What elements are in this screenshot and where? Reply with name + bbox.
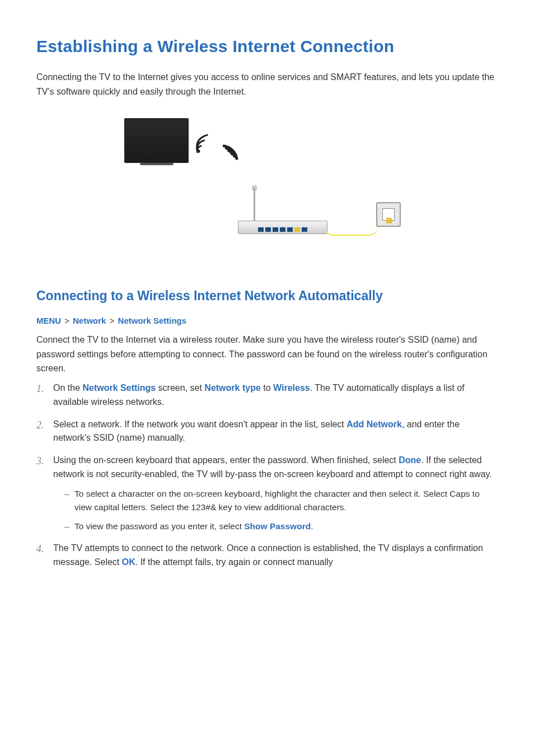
wifi-arcs-icon xyxy=(216,129,253,167)
step-text: Select a network. If the network you wan… xyxy=(53,419,346,429)
step-text: to xyxy=(261,383,273,393)
breadcrumb-menu: MENU xyxy=(36,316,61,325)
sub-text: To view the password as you enter it, se… xyxy=(74,521,244,531)
step-text: . If the attempt fails, try again or con… xyxy=(135,557,333,567)
sub-item: To view the password as you enter it, se… xyxy=(64,520,498,533)
router-icon xyxy=(238,185,327,234)
highlight-network-type: Network type xyxy=(204,383,260,393)
connection-diagram xyxy=(36,113,498,258)
step-text: screen, set xyxy=(156,383,204,393)
step-item: The TV attempts to connect to the networ… xyxy=(36,542,498,570)
breadcrumb-sep: > xyxy=(110,316,115,325)
sub-text: . xyxy=(311,521,313,531)
highlight-done: Done xyxy=(399,455,421,465)
highlight-ok: OK xyxy=(122,557,135,567)
cable-icon xyxy=(323,225,379,236)
step-text: On the xyxy=(53,383,82,393)
tv-icon xyxy=(124,118,189,165)
highlight-show-password: Show Password xyxy=(244,521,311,531)
breadcrumb: MENU > Network > Network Settings xyxy=(36,315,498,328)
sub-list: To select a character on the on-screen k… xyxy=(53,487,498,533)
sub-text: To select a character on the on-screen k… xyxy=(74,489,480,512)
steps-list: On the Network Settings screen, set Netw… xyxy=(36,381,498,569)
section-paragraph: Connect the TV to the Internet via a wir… xyxy=(36,333,498,376)
wifi-waves-icon xyxy=(191,130,218,164)
step-item: Using the on-screen keyboard that appear… xyxy=(36,454,498,533)
breadcrumb-network: Network xyxy=(73,316,106,325)
highlight-add-network: Add Network xyxy=(346,419,402,429)
step-text: Using the on-screen keyboard that appear… xyxy=(53,455,399,465)
intro-paragraph: Connecting the TV to the Internet gives … xyxy=(36,70,498,99)
sub-item: To select a character on the on-screen k… xyxy=(64,487,498,514)
wall-socket-icon xyxy=(376,202,401,227)
section-title: Connecting to a Wireless Internet Networ… xyxy=(36,286,498,306)
step-item: Select a network. If the network you wan… xyxy=(36,418,498,446)
page-title: Establishing a Wireless Internet Connect… xyxy=(36,34,498,59)
highlight-network-settings: Network Settings xyxy=(82,383,156,393)
breadcrumb-settings: Network Settings xyxy=(118,316,187,325)
step-item: On the Network Settings screen, set Netw… xyxy=(36,381,498,409)
highlight-wireless: Wireless xyxy=(273,383,310,393)
breadcrumb-sep: > xyxy=(64,316,69,325)
